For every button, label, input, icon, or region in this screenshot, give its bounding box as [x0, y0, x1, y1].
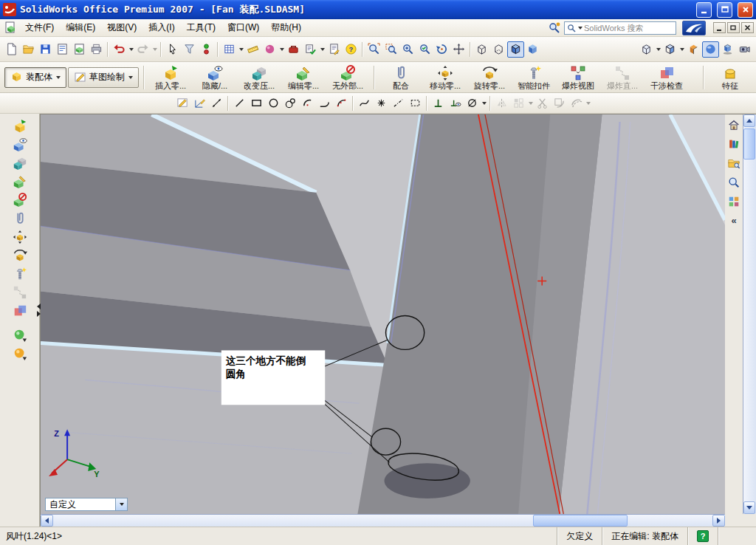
report-button[interactable] [326, 41, 343, 58]
insert-component-button[interactable] [10, 117, 30, 135]
search-box[interactable] [564, 21, 676, 35]
menu-help[interactable]: 帮助(H) [265, 19, 307, 36]
mirror-entities-button[interactable] [493, 95, 510, 112]
interference-detection-button[interactable] [10, 301, 30, 320]
line-button[interactable] [231, 95, 248, 112]
scroll-right-button[interactable] [712, 515, 725, 527]
rotate-component-button[interactable] [10, 246, 30, 264]
offset-entities-button[interactable] [568, 95, 585, 112]
realview-button[interactable] [702, 41, 719, 58]
document-icon[interactable] [4, 21, 17, 34]
design-library-button[interactable] [726, 137, 741, 151]
no-external-references-button[interactable]: 无外部... [326, 64, 369, 92]
toolbox-button[interactable] [285, 41, 302, 58]
vertical-scroll-thumb[interactable] [743, 128, 755, 160]
explode-line-sketch-button[interactable] [10, 283, 30, 301]
trim-entities-button[interactable] [534, 95, 551, 112]
graphics-area[interactable]: 这三个地方不能倒 圆角 Z Y 自定义 [41, 114, 725, 514]
convert-entities-button[interactable] [551, 95, 568, 112]
panel-splitter[interactable] [35, 300, 41, 321]
close-button[interactable] [738, 2, 753, 18]
menu-view[interactable]: 视图(V) [101, 19, 142, 36]
tab-sketch-caret-icon[interactable] [128, 76, 133, 79]
dimension-caret-icon[interactable] [481, 95, 487, 112]
scroll-up-button[interactable] [743, 114, 755, 127]
centerpoint-arc-button[interactable] [299, 95, 316, 112]
file-explorer-button[interactable] [726, 156, 741, 171]
task-pane-collapse-button[interactable]: « [726, 213, 741, 228]
help-button[interactable]: ? [343, 41, 360, 58]
vertical-scrollbar[interactable] [743, 114, 756, 514]
move-component-button[interactable] [10, 227, 30, 246]
zoom-to-selection-button[interactable] [416, 41, 433, 58]
no-external-references-button[interactable] [10, 191, 30, 209]
3point-arc-button[interactable] [333, 95, 350, 112]
menu-tools[interactable]: 工具(T) [181, 19, 221, 36]
doc-close-button[interactable] [741, 22, 754, 33]
display-relations-button[interactable] [447, 95, 464, 112]
features-button[interactable]: 特征 [709, 64, 752, 92]
make-drawing-button[interactable] [54, 41, 71, 58]
smart-dimension-button[interactable] [208, 95, 225, 112]
design-checker-button[interactable] [302, 41, 319, 58]
point-button[interactable] [373, 95, 390, 112]
view-selector-dropdown-icon[interactable] [115, 498, 127, 510]
mate-button[interactable]: 配合 [379, 64, 422, 92]
menu-insert[interactable]: 插入(I) [142, 19, 180, 36]
add-relation-button[interactable] [430, 95, 447, 112]
redo-button[interactable] [134, 41, 151, 58]
scroll-down-button[interactable] [743, 501, 755, 514]
rotate-view-button[interactable] [433, 41, 450, 58]
tab-assembly-caret-icon[interactable] [56, 76, 61, 79]
design-checker-caret-icon[interactable] [319, 41, 326, 58]
scroll-left-button[interactable] [41, 515, 53, 527]
shadows-button[interactable] [719, 41, 736, 58]
shaded-with-edges-button[interactable] [507, 41, 524, 58]
view-selector[interactable]: 自定义 [45, 498, 128, 511]
explode-line-sketch-button[interactable]: 爆炸直... [601, 64, 644, 92]
circle-button[interactable] [265, 95, 282, 112]
solidworks-resources-button[interactable] [726, 117, 741, 132]
construction-geometry-button[interactable] [407, 95, 424, 112]
search-caret-icon[interactable] [578, 27, 583, 30]
physical-simulation-button[interactable] [10, 344, 30, 363]
menu-window[interactable]: 窗口(W) [221, 19, 265, 36]
search-input[interactable] [584, 24, 673, 32]
toggle-selection-filters-button[interactable] [198, 41, 215, 58]
minimize-button[interactable] [696, 2, 712, 18]
perimeter-circle-button[interactable] [282, 95, 299, 112]
edit-part-button[interactable]: 编辑零... [282, 64, 325, 92]
smart-fasteners-button[interactable] [10, 264, 30, 283]
doc-restore-button[interactable] [727, 22, 740, 33]
insert-component-button[interactable]: 插入零... [149, 64, 192, 92]
linear-pattern-caret-icon[interactable] [527, 95, 534, 112]
search-button[interactable] [726, 175, 741, 190]
smart-fasteners-button[interactable]: 智能扣件 [512, 64, 555, 92]
view-palette-button[interactable] [726, 194, 741, 209]
zoom-in-out-button[interactable] [399, 41, 416, 58]
hide-show-components-button[interactable] [10, 135, 30, 154]
design-binder-caret-icon[interactable] [238, 41, 244, 58]
standard-views-button[interactable] [638, 41, 655, 58]
shaded-button[interactable] [524, 41, 541, 58]
new-document-button[interactable] [3, 41, 20, 58]
horizontal-scroll-thumb[interactable] [533, 515, 628, 527]
menu-edit[interactable]: 编辑(E) [60, 19, 101, 36]
hidden-lines-button[interactable] [490, 41, 507, 58]
make-assembly-button[interactable] [71, 41, 88, 58]
zoom-to-fit-button[interactable] [365, 41, 382, 58]
menu-file[interactable]: 文件(F) [19, 19, 60, 36]
save-button[interactable] [37, 41, 54, 58]
quick-tips-icon[interactable]: ? [697, 530, 709, 542]
section-view-button[interactable] [685, 41, 702, 58]
maximize-button[interactable] [717, 2, 732, 18]
centerline-button[interactable] [390, 95, 407, 112]
display-style-caret-icon[interactable] [678, 41, 685, 58]
select-button[interactable] [164, 41, 181, 58]
search-scope-icon[interactable] [548, 21, 561, 35]
measure-button[interactable] [244, 41, 261, 58]
edit-part-button[interactable] [10, 172, 30, 191]
rectangle-button[interactable] [248, 95, 265, 112]
tab-assembly[interactable]: 装配体 [4, 67, 66, 88]
wireframe-button[interactable] [473, 41, 490, 58]
